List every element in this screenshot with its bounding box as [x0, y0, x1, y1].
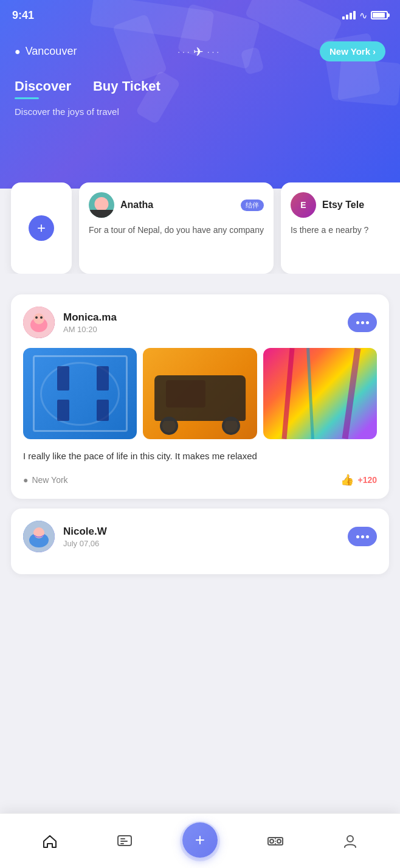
- nav-chat[interactable]: [88, 833, 163, 850]
- svg-point-15: [277, 839, 281, 843]
- avatar-monica: [23, 307, 55, 338]
- main-content: Monica.ma AM 10:20: [0, 274, 400, 645]
- card-username: Etsy Tele: [322, 200, 364, 210]
- post-images: [23, 348, 377, 439]
- svg-point-16: [347, 836, 353, 842]
- post-user-info: Nicole.W July 07,06: [63, 526, 348, 548]
- post-location: ● New York: [23, 475, 68, 485]
- from-location: ● Vancouver: [15, 45, 77, 58]
- post-menu-button[interactable]: [348, 313, 377, 332]
- to-location-button[interactable]: New York ›: [320, 41, 385, 61]
- ticket-icon: [267, 833, 284, 850]
- card-header: Anatha 结伴: [89, 192, 264, 218]
- status-icons: ∿: [342, 10, 388, 21]
- svg-point-13: [270, 839, 274, 843]
- svg-point-2: [33, 313, 44, 324]
- menu-dot: [366, 535, 369, 538]
- route-bar: ● Vancouver · · · ✈ · · · New York ›: [0, 30, 400, 72]
- post-menu-button[interactable]: [348, 527, 377, 546]
- menu-dot: [356, 321, 359, 324]
- hero-subtitle: Discover the joys of travel: [0, 99, 400, 124]
- post-text: I really like the pace of life in this c…: [23, 449, 377, 464]
- wifi-icon: ∿: [359, 10, 367, 21]
- chat-icon: [116, 833, 133, 850]
- user-card-anatha[interactable]: Anatha 结伴 For a tour of Nepal, do you ha…: [79, 182, 274, 274]
- plane-icon: ✈: [193, 44, 204, 59]
- nav-profile[interactable]: [312, 833, 388, 850]
- signal-icon: [342, 11, 356, 19]
- menu-dot: [361, 535, 364, 538]
- post-user-info: Monica.ma AM 10:20: [63, 311, 348, 334]
- post-likes[interactable]: 👍 +120: [340, 473, 377, 487]
- menu-dot: [366, 321, 369, 324]
- post-time: July 07,06: [63, 539, 348, 548]
- user-card-etsy[interactable]: E Etsy Tele Is there a e nearby ?: [281, 182, 400, 274]
- avatar-nicole: [23, 521, 55, 552]
- bottom-navigation: +: [0, 813, 400, 868]
- location-pin-icon: ●: [23, 475, 28, 485]
- home-icon: [41, 833, 58, 850]
- add-center-button[interactable]: +: [182, 822, 218, 858]
- profile-icon: [342, 833, 359, 850]
- post-header: Monica.ma AM 10:20: [23, 307, 377, 338]
- post-username: Monica.ma: [63, 311, 348, 324]
- svg-point-3: [35, 316, 38, 319]
- card-text: For a tour of Nepal, do you have any com…: [89, 224, 264, 237]
- card-text: Is there a e nearby ?: [291, 224, 400, 237]
- tab-discover[interactable]: Discover: [15, 78, 71, 99]
- add-circle-button[interactable]: +: [29, 215, 54, 241]
- post-image-2: [143, 348, 257, 439]
- svg-point-4: [40, 316, 43, 319]
- post-footer: ● New York 👍 +120: [23, 473, 377, 487]
- post-username: Nicole.W: [63, 526, 348, 538]
- nav-ticket[interactable]: [238, 833, 313, 850]
- card-header: E Etsy Tele: [291, 192, 400, 218]
- status-bar: 9:41 ∿: [0, 0, 400, 30]
- menu-dot: [356, 535, 359, 538]
- card-username: Anatha: [120, 200, 153, 210]
- status-time: 9:41: [12, 9, 34, 22]
- flight-route: · · · ✈ · · ·: [77, 44, 320, 59]
- user-cards-row: + Anatha 结伴 For a tour of Nepal, do you …: [0, 182, 400, 274]
- add-card[interactable]: +: [11, 182, 72, 274]
- battery-icon: [371, 11, 388, 19]
- post-time: AM 10:20: [63, 325, 348, 334]
- post-image-1: [23, 348, 137, 439]
- menu-dot: [361, 321, 364, 324]
- thumbs-up-icon: 👍: [340, 473, 354, 487]
- tab-buy-ticket[interactable]: Buy Ticket: [93, 78, 160, 99]
- card-tag: 结伴: [241, 200, 264, 211]
- pin-icon: ●: [15, 46, 21, 57]
- nav-add-center[interactable]: +: [162, 821, 238, 861]
- nav-home[interactable]: [12, 833, 88, 850]
- post-image-3: [263, 348, 377, 439]
- avatar-anatha: [89, 192, 114, 218]
- post-card-nicole: Nicole.W July 07,06: [11, 509, 389, 574]
- post-card-monica: Monica.ma AM 10:20: [11, 294, 389, 499]
- avatar-etsy: E: [291, 192, 316, 218]
- hero-tabs: Discover Buy Ticket: [0, 72, 400, 99]
- post-header: Nicole.W July 07,06: [23, 521, 377, 552]
